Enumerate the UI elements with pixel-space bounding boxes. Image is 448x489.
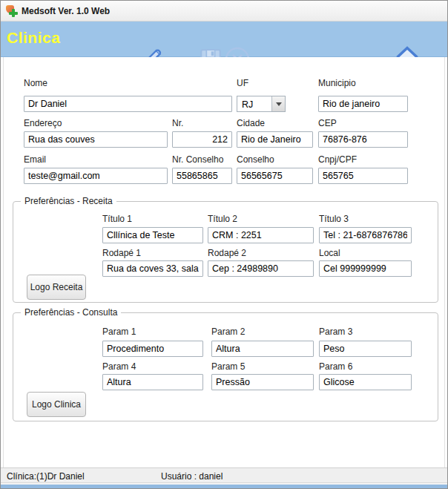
page-title: Clinica: [7, 29, 60, 47]
local-input[interactable]: [319, 260, 412, 277]
param6-input[interactable]: [319, 374, 412, 390]
bottom-blue-bar: [1, 485, 447, 489]
window-title: Medsoft Ver. 1.0 Web: [22, 6, 110, 16]
medsoft-app-icon: [6, 5, 18, 17]
param4-label: Param 4: [102, 361, 136, 372]
municipio-label: Municipio: [318, 78, 356, 88]
cidade-input[interactable]: [237, 131, 313, 148]
rodape2-label: Rodapé 2: [208, 248, 246, 258]
preferencias-receita-group: Preferências - Receita Título 1 Título 2…: [13, 201, 438, 303]
param2-input[interactable]: [211, 341, 314, 357]
conselho-input[interactable]: [237, 168, 313, 184]
status-bar: Clínica:(1)Dr Daniel Usuário : daniel: [1, 467, 447, 482]
nome-input[interactable]: [24, 96, 232, 112]
logo-clinica-button[interactable]: Logo Clinica: [27, 392, 86, 417]
email-input[interactable]: [24, 168, 168, 184]
cnpj-cpf-label: Cnpj/CPF: [318, 154, 357, 165]
cep-input[interactable]: [318, 131, 408, 148]
window-titlebar: Medsoft Ver. 1.0 Web: [1, 1, 447, 22]
rodape1-input[interactable]: [102, 260, 203, 277]
app-window: Medsoft Ver. 1.0 Web Clinica: [0, 0, 448, 489]
endereco-label: Endereço: [24, 118, 62, 128]
nome-label: Nome: [24, 78, 47, 88]
cidade-label: Cidade: [237, 118, 265, 128]
param6-label: Param 6: [319, 361, 352, 372]
titulo2-label: Título 2: [208, 214, 237, 224]
param1-label: Param 1: [102, 326, 136, 337]
uf-selected-value: RJ: [242, 99, 253, 110]
municipio-input[interactable]: [318, 96, 408, 112]
preferencias-receita-title: Preferências - Receita: [21, 196, 116, 206]
local-label: Local: [319, 248, 340, 258]
titulo1-label: Título 1: [102, 214, 132, 224]
endereco-input[interactable]: [24, 131, 168, 148]
status-user-text: Usuário : daniel: [161, 471, 223, 482]
rodape2-input[interactable]: [208, 260, 314, 277]
uf-label: UF: [237, 78, 248, 88]
uf-dropdown-arrow-icon[interactable]: [271, 96, 285, 111]
nr-input[interactable]: [172, 131, 232, 148]
titulo1-input[interactable]: [102, 227, 203, 243]
nr-conselho-label: Nr. Conselho: [172, 154, 223, 165]
param5-label: Param 5: [211, 361, 245, 372]
page-header: Clinica: [1, 22, 447, 57]
email-label: Email: [24, 154, 46, 165]
param1-input[interactable]: [102, 341, 203, 357]
logo-receita-button[interactable]: Logo Receita: [27, 275, 86, 300]
status-clinic-text: Clínica:(1)Dr Daniel: [7, 471, 85, 482]
titulo3-input[interactable]: [319, 227, 412, 243]
form-panel: Nome UF RJ Municipio Endereço Nr. Cidade…: [3, 57, 445, 467]
param2-label: Param 2: [211, 326, 245, 337]
param5-input[interactable]: [211, 374, 314, 390]
nr-conselho-input[interactable]: [172, 168, 232, 184]
param3-input[interactable]: [319, 341, 412, 357]
titulo2-input[interactable]: [208, 227, 314, 243]
conselho-label: Conselho: [237, 154, 274, 165]
nr-label: Nr.: [172, 118, 183, 128]
param4-input[interactable]: [102, 374, 203, 390]
uf-select[interactable]: RJ: [237, 96, 286, 112]
preferencias-consulta-group: Preferências - Consulta Param 1 Param 2 …: [13, 312, 438, 421]
cnpj-cpf-input[interactable]: [318, 168, 408, 184]
preferencias-consulta-title: Preferências - Consulta: [21, 307, 121, 318]
titulo3-label: Título 3: [319, 214, 349, 224]
param3-label: Param 3: [319, 326, 352, 337]
rodape1-label: Rodapé 1: [102, 248, 141, 258]
cep-label: CEP: [318, 118, 337, 128]
